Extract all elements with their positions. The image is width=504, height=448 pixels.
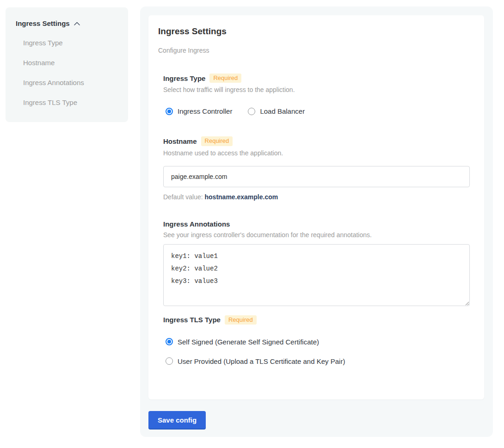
required-badge: Required	[225, 315, 257, 325]
save-config-button[interactable]: Save config	[148, 411, 206, 429]
section-heading: Ingress Annotations	[163, 220, 469, 228]
radio-button-icon[interactable]	[166, 108, 173, 115]
hostname-default-value: Default value: hostname.example.com	[163, 193, 469, 201]
hostname-input[interactable]	[163, 166, 470, 187]
section-help-text: Select how traffic will ingress to the a…	[163, 86, 469, 93]
radio-button-icon[interactable]	[166, 338, 173, 345]
radio-user-provided[interactable]: User Provided (Upload a TLS Certificate …	[166, 357, 469, 365]
sidebar-item-ingress-type[interactable]: Ingress Type	[23, 39, 128, 47]
page-title: Ingress Settings	[158, 26, 469, 37]
radio-label: User Provided (Upload a TLS Certificate …	[178, 357, 345, 365]
section-title: Ingress Annotations	[163, 220, 230, 228]
config-panel: Ingress Settings Configure Ingress Ingre…	[140, 6, 493, 437]
sidebar-item-ingress-annotations[interactable]: Ingress Annotations	[23, 79, 128, 86]
section-ingress-annotations: Ingress Annotations See your ingress con…	[163, 220, 469, 306]
page-subtitle: Configure Ingress	[158, 47, 469, 54]
sidebar-item-ingress-tls-type[interactable]: Ingress TLS Type	[23, 98, 128, 106]
radio-button-icon[interactable]	[248, 108, 255, 115]
radio-load-balancer[interactable]: Load Balancer	[248, 107, 305, 115]
default-value-text: hostname.example.com	[205, 193, 278, 201]
sidebar-item-hostname[interactable]: Hostname	[23, 59, 128, 67]
ingress-type-options: Ingress Controller Load Balancer	[163, 107, 469, 115]
tls-type-options: Self Signed (Generate Self Signed Certif…	[163, 338, 469, 365]
radio-button-icon[interactable]	[166, 357, 173, 365]
section-ingress-tls-type: Ingress TLS Type Required Self Signed (G…	[163, 315, 469, 365]
ingress-annotations-textarea[interactable]: key1: value1 key2: value2 key3: value3	[163, 244, 470, 306]
sidebar-item-list: Ingress Type Hostname Ingress Annotation…	[16, 39, 128, 106]
section-help-text: Hostname used to access the application.	[163, 149, 469, 157]
section-title: Ingress TLS Type	[163, 316, 221, 324]
section-heading: Hostname Required	[163, 136, 469, 146]
section-ingress-type: Ingress Type Required Select how traffic…	[163, 74, 469, 115]
chevron-up-icon	[74, 22, 80, 25]
required-badge: Required	[201, 136, 233, 146]
sidebar-group-label: Ingress Settings	[16, 19, 70, 27]
radio-label: Ingress Controller	[178, 107, 232, 115]
config-card: Ingress Settings Configure Ingress Ingre…	[148, 15, 484, 399]
section-title: Ingress Type	[163, 74, 205, 82]
section-title: Hostname	[163, 137, 197, 145]
required-badge: Required	[209, 74, 241, 83]
default-value-prefix: Default value:	[163, 193, 205, 201]
radio-label: Load Balancer	[260, 107, 305, 115]
radio-self-signed[interactable]: Self Signed (Generate Self Signed Certif…	[166, 338, 469, 346]
radio-ingress-controller[interactable]: Ingress Controller	[166, 107, 232, 115]
config-nav-sidebar: Ingress Settings Ingress Type Hostname I…	[6, 7, 128, 122]
section-heading: Ingress TLS Type Required	[163, 315, 469, 325]
sidebar-group-ingress-settings[interactable]: Ingress Settings	[16, 19, 128, 27]
section-heading: Ingress Type Required	[163, 74, 469, 83]
section-help-text: See your ingress controller's documentat…	[163, 231, 469, 239]
radio-label: Self Signed (Generate Self Signed Certif…	[178, 338, 319, 346]
section-hostname: Hostname Required Hostname used to acces…	[163, 136, 469, 200]
